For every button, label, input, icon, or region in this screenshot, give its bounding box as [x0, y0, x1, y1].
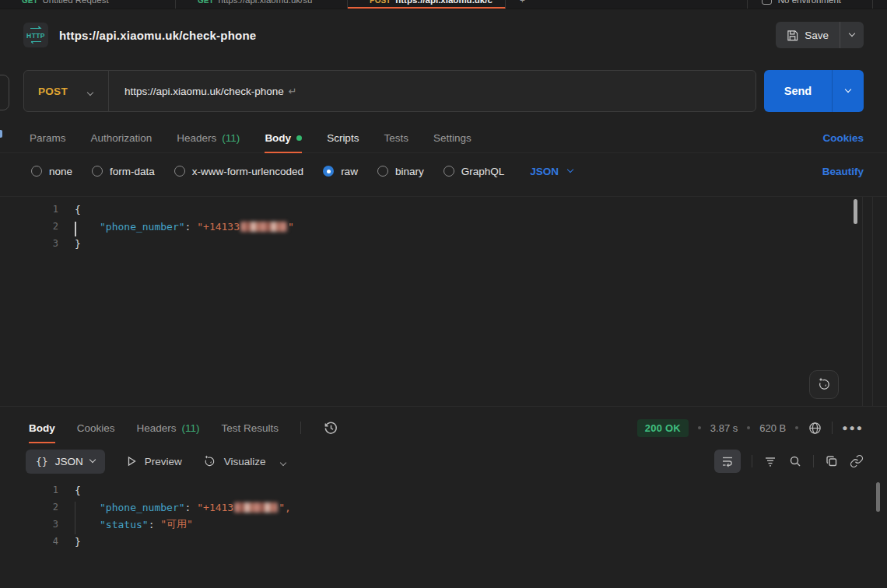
- radio-icon: [174, 166, 185, 177]
- search-button[interactable]: [788, 454, 802, 468]
- response-tab-test-results[interactable]: Test Results: [222, 413, 279, 443]
- more-options-button[interactable]: ●●●: [842, 422, 864, 433]
- url-bar-row: POST https://api.xiaomu.uk/check-phone↵ …: [0, 70, 887, 112]
- visualize-options-button[interactable]: [281, 456, 286, 467]
- method-selector[interactable]: POST: [24, 84, 108, 98]
- indent-guide: [75, 517, 75, 534]
- url-input[interactable]: https://api.xiaomu.uk/check-phone↵: [109, 86, 297, 97]
- line-number: 3: [0, 519, 58, 530]
- line-number: 1: [0, 204, 58, 215]
- tab-scripts[interactable]: Scripts: [327, 123, 359, 153]
- editor-gutter-line: [862, 197, 863, 406]
- line-number: 2: [0, 502, 58, 513]
- svg-text:HTTP: HTTP: [26, 32, 45, 40]
- plus-icon: +: [520, 0, 525, 5]
- json-value: ": [288, 221, 294, 233]
- send-options-button[interactable]: [833, 70, 864, 112]
- response-tab-cookies[interactable]: Cookies: [77, 413, 115, 443]
- tab-label: Headers: [137, 422, 177, 434]
- code-line: 1 {: [0, 481, 887, 499]
- request-title: https://api.xiaomu.uk/check-phone: [59, 29, 256, 42]
- body-mode-row: none form-data x-www-form-urlencoded raw…: [0, 157, 887, 185]
- chevron-down-icon: [89, 457, 95, 463]
- network-info-button[interactable]: [808, 421, 822, 436]
- add-tab-button[interactable]: +: [506, 0, 542, 9]
- code-line: 1 {: [0, 201, 887, 218]
- mode-form-data[interactable]: form-data: [92, 166, 155, 177]
- save-button-group: Save: [776, 22, 864, 48]
- visualize-sparkle-icon: [202, 454, 217, 469]
- redacted-value: [234, 502, 278, 513]
- response-format-selector[interactable]: {} JSON: [26, 450, 105, 474]
- request-body-editor[interactable]: 1 { 2 "phone_number": "+14133" 3 }: [0, 196, 887, 407]
- tab-label: Cookies: [77, 422, 115, 434]
- copy-button[interactable]: [825, 454, 839, 468]
- filter-button[interactable]: [763, 454, 777, 468]
- response-action-icons: [714, 450, 864, 473]
- redacted-value: [240, 222, 287, 232]
- save-button[interactable]: Save: [776, 22, 840, 48]
- mode-graphql[interactable]: GraphQL: [444, 166, 505, 177]
- postbot-sparkle-icon: [816, 376, 833, 393]
- tab-headers[interactable]: Headers(11): [177, 123, 240, 153]
- line-number: 2: [0, 221, 58, 232]
- language-selector[interactable]: JSON: [530, 166, 573, 177]
- mode-urlencoded[interactable]: x-www-form-urlencoded: [174, 166, 303, 177]
- preview-label: Preview: [145, 456, 182, 467]
- visualize-button[interactable]: Visualize: [202, 454, 266, 469]
- workspace-tab-bar: GETUntitled Request GEThttps://api.xiaom…: [0, 0, 887, 9]
- mode-raw-selected[interactable]: raw: [323, 166, 358, 177]
- mode-label: x-www-form-urlencoded: [192, 166, 303, 177]
- status-badge[interactable]: 200 OK: [637, 419, 689, 437]
- cookies-link[interactable]: Cookies: [822, 132, 864, 144]
- method-post-label: POST: [38, 86, 68, 97]
- method-get-label: GET: [198, 0, 214, 5]
- search-icon: [788, 454, 802, 468]
- tab-label: Body: [29, 422, 55, 434]
- tab-tests[interactable]: Tests: [384, 123, 408, 153]
- response-tab-body-active[interactable]: Body: [29, 413, 55, 443]
- send-button-group: Send: [764, 70, 864, 112]
- send-label: Send: [784, 85, 812, 97]
- tab-authorization[interactable]: Authorization: [91, 123, 153, 153]
- radio-selected-icon: [323, 166, 334, 177]
- request-tab-3-active[interactable]: POSThttps://api.xiaomu.uk/c: [348, 0, 506, 9]
- response-scrollbar[interactable]: [876, 482, 880, 512]
- response-tabs-row: Body Cookies Headers(11) Test Results 20…: [0, 412, 887, 443]
- divider: [832, 422, 833, 434]
- response-body-editor[interactable]: 1 { 2 "phone_number": "+1413", 3 "status…: [0, 479, 887, 588]
- wrap-text-button[interactable]: [714, 450, 741, 473]
- response-history-button[interactable]: [323, 420, 339, 436]
- json-value: "+14133: [197, 221, 240, 233]
- environment-selector[interactable]: No environment: [747, 0, 887, 9]
- mode-none[interactable]: none: [31, 166, 72, 177]
- history-clock-icon: [323, 420, 339, 436]
- code-line: 2 "phone_number": "+14133": [0, 218, 887, 235]
- request-tab-1[interactable]: GETUntitled Request: [0, 0, 176, 9]
- mode-label: GraphQL: [461, 166, 505, 177]
- code-token: {: [75, 485, 81, 496]
- send-button[interactable]: Send: [764, 70, 832, 112]
- environment-icon: [762, 0, 772, 5]
- json-value: "+1413: [197, 502, 233, 513]
- visualize-label: Visualize: [224, 456, 266, 467]
- preview-button[interactable]: Preview: [125, 455, 182, 467]
- headers-count: (11): [222, 132, 240, 144]
- radio-icon: [31, 166, 42, 177]
- mode-binary[interactable]: binary: [377, 166, 424, 177]
- beautify-link[interactable]: Beautify: [822, 166, 864, 177]
- tab-settings[interactable]: Settings: [433, 123, 472, 153]
- tab-params[interactable]: Params: [30, 123, 66, 153]
- tab-body-active[interactable]: Body: [265, 123, 302, 153]
- app-window: GETUntitled Request GEThttps://api.xiaom…: [0, 0, 887, 588]
- postbot-button[interactable]: [809, 370, 839, 399]
- tab-label: Test Results: [222, 422, 279, 434]
- editor-scrollbar[interactable]: [854, 199, 857, 224]
- request-tab-2[interactable]: GEThttps://api.xiaomu.uk/su: [176, 0, 348, 9]
- link-button[interactable]: [850, 454, 864, 468]
- response-tab-headers[interactable]: Headers(11): [137, 413, 200, 443]
- save-options-button[interactable]: [840, 22, 864, 48]
- url-value: https://api.xiaomu.uk/check-phone: [124, 86, 284, 97]
- mode-label: raw: [341, 166, 358, 177]
- globe-icon: [808, 421, 822, 436]
